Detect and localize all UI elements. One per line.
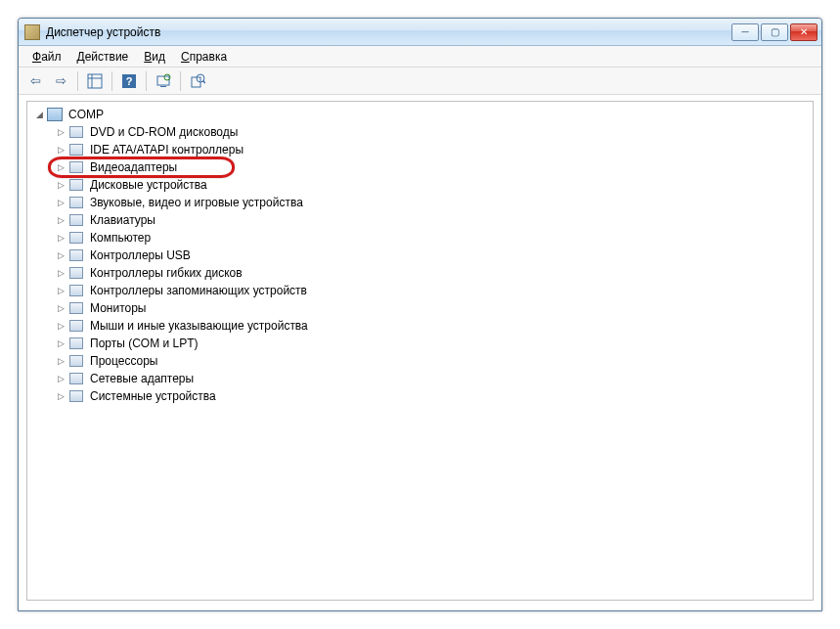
back-button[interactable]: ⇦ <box>24 70 46 92</box>
tree-item[interactable]: ▷Системные устройства <box>51 387 811 405</box>
svg-rect-6 <box>160 86 166 87</box>
scan-hardware-button[interactable] <box>153 70 174 92</box>
tree-item[interactable]: ▷Дисковые устройства <box>51 176 811 194</box>
device-tree-panel[interactable]: ◢ COMP ▷DVD и CD-ROM дисководы▷IDE ATA/A… <box>26 101 814 601</box>
svg-text:?: ? <box>126 75 133 87</box>
close-button[interactable]: ✕ <box>790 23 818 41</box>
scan-icon <box>155 73 171 89</box>
tree-icon <box>87 73 103 89</box>
toolbar: ⇦ ⇨ ? <box>19 67 821 95</box>
device-category-icon <box>68 336 84 351</box>
tree-item-label: Звуковые, видео и игровые устройства <box>88 196 305 209</box>
expand-icon[interactable]: ▷ <box>55 338 66 348</box>
expand-icon[interactable]: ▷ <box>55 286 66 295</box>
tree-item[interactable]: ▷Компьютер <box>51 229 811 247</box>
device-category-icon <box>68 195 84 210</box>
menubar: Файл Действие Вид Справка <box>19 46 821 67</box>
device-category-icon <box>68 212 84 228</box>
tree-item[interactable]: ▷Контроллеры гибких дисков <box>51 264 811 282</box>
menu-view[interactable]: Вид <box>136 48 173 66</box>
device-category-icon <box>68 353 84 369</box>
expand-icon[interactable]: ▷ <box>55 198 66 207</box>
toolbar-separator <box>111 71 112 91</box>
toolbar-separator <box>146 71 147 91</box>
device-category-icon <box>68 265 84 281</box>
tree-item-label: DVD и CD-ROM дисководы <box>88 125 240 139</box>
tree-item-label: Мониторы <box>88 301 148 315</box>
expand-icon[interactable]: ▷ <box>55 268 66 278</box>
properties-button[interactable] <box>187 70 208 92</box>
tree-item[interactable]: ▷Контроллеры USB <box>51 247 811 264</box>
toolbar-separator <box>77 71 78 91</box>
tree-item[interactable]: ▷DVD и CD-ROM дисководы <box>51 123 811 141</box>
expand-icon[interactable]: ▷ <box>55 145 66 155</box>
tree-item-label: Контроллеры запоминающих устройств <box>88 284 309 297</box>
device-category-icon <box>68 124 84 140</box>
device-category-icon <box>68 177 84 193</box>
expand-icon[interactable]: ▷ <box>55 250 66 260</box>
expand-icon[interactable]: ▷ <box>55 303 66 313</box>
tree-item-label: Системные устройства <box>88 389 218 403</box>
device-category-icon <box>68 388 84 404</box>
help-icon: ? <box>121 73 137 89</box>
svg-rect-0 <box>88 74 102 88</box>
expand-icon[interactable]: ▷ <box>55 180 66 190</box>
expand-icon[interactable]: ▷ <box>55 391 66 401</box>
properties-icon <box>190 73 205 89</box>
tree-item[interactable]: ▷Процессоры <box>51 352 811 370</box>
tree-item-label: Сетевые адаптеры <box>88 372 196 385</box>
tree-item-label: Компьютер <box>88 231 153 245</box>
tree-item[interactable]: ▷Клавиатуры <box>51 211 811 229</box>
tree-item-label: Порты (COM и LPT) <box>88 337 200 350</box>
menu-file[interactable]: Файл <box>24 48 69 66</box>
tree-item[interactable]: ▷Контроллеры запоминающих устройств <box>51 282 811 299</box>
device-category-icon <box>68 159 84 175</box>
device-category-icon <box>68 283 84 298</box>
tree-item[interactable]: ▷Видеоадаптеры <box>51 158 811 176</box>
tree-item-label: Видеоадаптеры <box>88 160 179 174</box>
window-controls: ─ ▢ ✕ <box>731 23 818 41</box>
expand-icon[interactable]: ▷ <box>55 127 66 137</box>
minimize-button[interactable]: ─ <box>731 23 759 41</box>
device-category-icon <box>68 371 84 386</box>
tree-item-label: Мыши и иные указывающие устройства <box>88 319 310 333</box>
collapse-icon[interactable]: ◢ <box>33 110 45 119</box>
tree-item[interactable]: ▷Звуковые, видео и игровые устройства <box>51 194 811 211</box>
device-manager-window: Диспетчер устройств ─ ▢ ✕ Файл Действие … <box>18 18 822 611</box>
device-category-icon <box>68 142 84 157</box>
expand-icon[interactable]: ▷ <box>55 162 66 172</box>
forward-button[interactable]: ⇨ <box>50 70 71 92</box>
tree-item[interactable]: ▷IDE ATA/ATAPI контроллеры <box>51 141 811 158</box>
tree-root-row[interactable]: ◢ COMP <box>29 106 811 123</box>
tree-item[interactable]: ▷Порты (COM и LPT) <box>51 335 811 352</box>
tree-item[interactable]: ▷Мониторы <box>51 299 811 317</box>
help-button[interactable]: ? <box>118 70 140 92</box>
device-category-icon <box>68 318 84 334</box>
expand-icon[interactable]: ▷ <box>55 215 66 225</box>
tree-item-label: Клавиатуры <box>88 213 157 227</box>
expand-icon[interactable]: ▷ <box>55 356 66 366</box>
tree-item-label: Контроллеры гибких дисков <box>88 266 244 280</box>
expand-icon[interactable]: ▷ <box>55 374 66 383</box>
app-icon <box>24 24 40 40</box>
device-category-icon <box>68 300 84 316</box>
window-title: Диспетчер устройств <box>46 25 731 39</box>
tree-item-label: Дисковые устройства <box>88 178 209 192</box>
titlebar[interactable]: Диспетчер устройств ─ ▢ ✕ <box>19 19 821 46</box>
tree-root-label: COMP <box>66 108 106 121</box>
menu-help[interactable]: Справка <box>173 48 235 66</box>
arrow-left-icon: ⇦ <box>30 73 41 88</box>
tree-item[interactable]: ▷Сетевые адаптеры <box>51 370 811 387</box>
maximize-button[interactable]: ▢ <box>761 23 788 41</box>
expand-icon[interactable]: ▷ <box>55 233 66 243</box>
toolbar-separator <box>180 71 181 91</box>
show-hide-tree-button[interactable] <box>84 70 106 92</box>
expand-icon[interactable]: ▷ <box>55 321 66 331</box>
menu-action[interactable]: Действие <box>69 48 137 66</box>
device-category-icon <box>68 247 84 263</box>
tree-item[interactable]: ▷Мыши и иные указывающие устройства <box>51 317 811 335</box>
device-category-icon <box>68 230 84 246</box>
tree-item-label: IDE ATA/ATAPI контроллеры <box>88 143 245 157</box>
tree-item-label: Контроллеры USB <box>88 248 193 262</box>
computer-icon <box>47 107 63 122</box>
